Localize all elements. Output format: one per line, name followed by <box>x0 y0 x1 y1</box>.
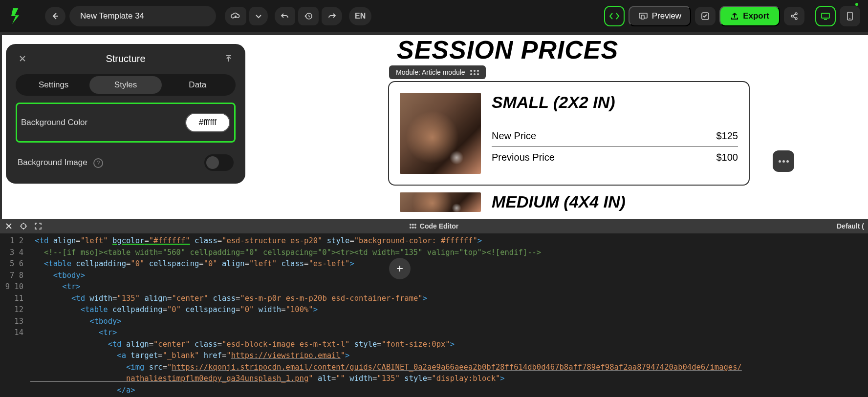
app-logo <box>8 6 23 26</box>
module-image-2 <box>400 192 481 212</box>
svg-rect-7 <box>822 13 829 18</box>
preview-label: Preview <box>652 11 681 21</box>
tab-data[interactable]: Data <box>162 76 234 94</box>
history-button[interactable] <box>298 7 319 25</box>
top-toolbar: New Template 34 EN Preview Export <box>0 0 868 32</box>
article-module[interactable]: SMALL (2X2 IN) New Price $125 Previous P… <box>388 81 750 186</box>
prev-price-value: $100 <box>716 152 738 163</box>
editor-title: Code Editor <box>420 222 458 230</box>
bg-color-label: Background Color <box>21 118 87 127</box>
bg-color-value[interactable]: #ffffff <box>185 113 230 132</box>
drag-grip-icon[interactable] <box>410 224 416 229</box>
article-module-2[interactable]: MEDIUM (4X4 IN) <box>388 192 791 212</box>
section-heading: SESSION PRICES <box>388 35 791 64</box>
bg-image-label: Background Image <box>18 158 87 167</box>
redo-button[interactable] <box>322 7 342 25</box>
module-more-button[interactable] <box>773 150 794 172</box>
structure-panel: Structure Settings Styles Data Backgroun… <box>6 44 245 184</box>
editor-default-label[interactable]: Default ( <box>837 222 864 230</box>
help-icon[interactable]: ? <box>93 158 103 168</box>
module-image <box>400 93 481 174</box>
svg-point-9 <box>849 18 850 19</box>
bg-image-toggle[interactable] <box>204 154 234 171</box>
panel-close-button[interactable] <box>16 52 29 65</box>
code-content[interactable]: <td align="left" bgcolor="#ffffff" class… <box>30 233 868 397</box>
background-image-field: Background Image ? <box>16 151 236 174</box>
tab-styles[interactable]: Styles <box>89 76 161 94</box>
export-label: Export <box>743 11 769 21</box>
share-button[interactable] <box>784 7 804 25</box>
module-title: SMALL (2X2 IN) <box>492 93 738 112</box>
mobile-view-button[interactable] <box>840 6 860 26</box>
export-icon <box>730 12 739 21</box>
module-tag[interactable]: Module: Article module <box>389 65 486 79</box>
prev-price-label: Previous Price <box>492 152 555 163</box>
expand-icon[interactable] <box>33 221 43 231</box>
panel-up-button[interactable] <box>222 52 236 65</box>
line-gutter: 1 2 3 4 5 6 7 8 9 10 11 12 13 14 <box>0 233 30 397</box>
checklist-button[interactable] <box>695 7 716 25</box>
email-preview: SESSION PRICES Module: Article module SM… <box>388 35 791 212</box>
svg-point-5 <box>795 13 797 15</box>
undo-button[interactable] <box>275 7 295 25</box>
new-price-label: New Price <box>492 130 536 142</box>
preview-icon <box>638 12 648 20</box>
tab-settings[interactable]: Settings <box>18 76 89 94</box>
status-indicator <box>855 3 858 6</box>
language-button[interactable]: EN <box>349 7 371 25</box>
editor-close-icon[interactable] <box>4 221 14 231</box>
new-price-value: $125 <box>716 130 738 142</box>
panel-title: Structure <box>29 53 222 64</box>
module-title-2: MEDIUM (4X4 IN) <box>492 192 626 212</box>
cloud-dropdown-button[interactable] <box>249 7 268 25</box>
code-editor: Code Editor Default ( 1 2 3 4 5 6 7 8 9 … <box>0 219 868 397</box>
code-toggle-button[interactable] <box>604 6 625 26</box>
panel-tabs: Settings Styles Data <box>16 74 236 96</box>
background-color-field: Background Color #ffffff <box>16 103 236 143</box>
drag-handle-icon[interactable] <box>470 70 479 75</box>
editor-header: Code Editor Default ( <box>0 219 868 233</box>
cloud-save-button[interactable] <box>225 7 246 25</box>
svg-point-10 <box>21 224 26 229</box>
add-module-button[interactable]: + <box>389 258 411 279</box>
svg-point-4 <box>791 15 793 17</box>
export-button[interactable]: Export <box>719 6 780 26</box>
template-name-input[interactable]: New Template 34 <box>69 6 216 26</box>
svg-rect-2 <box>641 15 644 19</box>
target-icon[interactable] <box>19 221 28 231</box>
desktop-view-button[interactable] <box>815 6 836 26</box>
preview-button[interactable]: Preview <box>629 6 691 26</box>
svg-point-6 <box>795 18 797 20</box>
back-button[interactable] <box>45 7 65 25</box>
module-tag-label: Module: Article module <box>396 68 465 76</box>
